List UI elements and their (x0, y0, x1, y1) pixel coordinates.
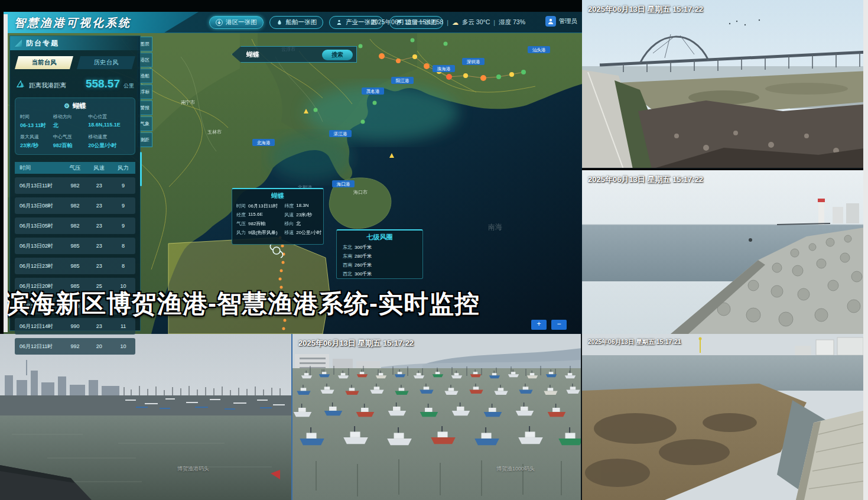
map-zoom-controls: + − (531, 320, 567, 330)
datetime: 2025年06月13日 15:17:58 (371, 18, 443, 27)
table-row[interactable]: 06月12日14时9902311 (15, 318, 135, 335)
camera-timestamp: 2025年06月13日 星期五 15:17:22 (588, 4, 703, 15)
camera-timestamp: 2025年06月13日 星期五 15:17:22 (298, 338, 414, 349)
camera-feed-bridge[interactable]: 2025年06月13日 星期五 15:17:22 (582, 0, 868, 169)
app-title: 智慧渔港可视化系统 (14, 15, 131, 31)
camera-feed-beach-pier[interactable]: 2025年06月13日 星期五 15:17:21 (582, 334, 868, 500)
user-icon (545, 16, 556, 27)
dashboard-panel: 智慧渔港可视化系统 港区一张图 船舶一张图 产业一张图 监管一张图 (0, 0, 582, 334)
nav-port-map-button[interactable]: 港区一张图 (209, 16, 264, 29)
people-icon (336, 19, 343, 26)
nav-ship-map-button[interactable]: 船舶一张图 (269, 16, 324, 29)
table-header: 时间气压 风速风力 (15, 162, 135, 174)
typhoon-detail-popup: 蝴蝶 时间06月13日11时 纬度18.3N 经度115.6E 风速23米/秒 … (232, 188, 324, 245)
table-row[interactable]: 06月12日23时985238 (15, 258, 135, 274)
svg-text:茂名港: 茂名港 (366, 89, 380, 94)
table-row[interactable]: 06月12日11时9922010 (15, 338, 135, 355)
distance-unit: 公里 (123, 82, 134, 90)
distance-row: 距离我港距离 558.57 公里 (16, 77, 134, 90)
zoom-out-button[interactable]: − (551, 320, 567, 330)
popup-title: 七级风圈 (337, 230, 422, 243)
svg-text:北海港: 北海港 (257, 140, 271, 145)
camera-watermark: 博贺渔港码头 (177, 465, 209, 473)
app-header: 智慧渔港可视化系统 港区一张图 船舶一张图 产业一张图 监管一张图 (4, 12, 582, 33)
distance-icon (16, 80, 25, 88)
search-button[interactable]: 搜索 (322, 50, 353, 60)
svg-text:海口市: 海口市 (353, 190, 368, 195)
typhoon-sidebar: 防台专题 当前台风 历史台风 距离我港距离 558.57 公里 ⚙ 蝴蝶 (9, 35, 141, 331)
svg-text:汕头港: 汕头港 (532, 47, 546, 53)
distance-label: 距离我港距离 (29, 82, 66, 90)
table-row[interactable]: 06月13日11时982239 (15, 177, 135, 194)
humidity: 湿度 73% (499, 18, 525, 27)
frame-edge-right (863, 0, 868, 500)
separator: | (493, 19, 495, 26)
camera-timestamp: 2025年06月13日 星期五 15:17:22 (588, 174, 703, 185)
svg-text:深圳港: 深圳港 (467, 59, 480, 64)
camera-feed-fishing-fleet[interactable]: 2025年06月13日 星期五 15:17:22 博贺渔1000码头 (292, 334, 582, 500)
svg-text:南宁市: 南宁市 (181, 100, 195, 105)
nav-label: 港区一张图 (226, 18, 257, 27)
typhoon-name: 蝴蝶 (73, 102, 86, 111)
page-title-overlay: 滨海新区博贺渔港-智慧渔港系统-实时监控 (5, 287, 480, 320)
tab-history-typhoon[interactable]: 历史台风 (77, 56, 135, 69)
frame-edge-left (4, 14, 8, 332)
svg-text:玉林市: 玉林市 (207, 129, 222, 135)
separator: | (447, 19, 448, 26)
camera-timestamp: 2025年06月13日 星期五 15:17:21 (588, 338, 681, 346)
weather: 多云 30°C (462, 18, 490, 27)
nav-label: 船舶一张图 (286, 18, 317, 27)
app-logo: 智慧渔港可视化系统 (4, 12, 199, 33)
zoom-in-button[interactable]: + (531, 320, 547, 330)
sidebar-title: 防台专题 (26, 38, 59, 48)
wind-circle-popup: 七级风圈 东北300千米 东南280千米 西南260千米 西北300千米 (336, 229, 423, 279)
typhoon-tabs: 当前台风 历史台风 (15, 56, 135, 69)
camera-watermark: 博贺渔1000码头 (496, 465, 535, 473)
svg-text:南海: 南海 (488, 223, 502, 231)
camera-feed-harbor-panorama[interactable]: 博贺渔港码头 (0, 334, 292, 500)
download-icon (216, 19, 223, 26)
distance-value: 558.57 (86, 77, 120, 90)
weather-icon: ☁ (452, 19, 459, 27)
corner-decoration (15, 40, 22, 47)
table-row[interactable]: 06月13日02时985238 (15, 238, 135, 254)
user-name: 管理员 (559, 17, 578, 25)
screen: 智慧渔港可视化系统 港区一张图 船舶一张图 产业一张图 监管一张图 (0, 0, 868, 500)
popup-title: 蝴蝶 (232, 189, 323, 202)
svg-text:湛江港: 湛江港 (333, 131, 347, 137)
header-status-bar: 2025年06月13日 15:17:58 | ☁ 多云 30°C | 湿度 73… (371, 18, 525, 27)
typhoon-history-table: 时间气压 风速风力 06月13日11时982239 06月13日08时98223… (15, 162, 135, 355)
search-keyword: 蝴蝶 (246, 50, 259, 59)
typhoon-search-bar[interactable]: 蝴蝶 搜索 (232, 46, 357, 63)
table-row[interactable]: 06月13日05时982239 (15, 217, 135, 234)
typhoon-summary-card: ⚙ 蝴蝶 时间06-13 11时 移动方向北 中心位置18.6N,115.1E … (15, 98, 135, 155)
svg-text:珠海港: 珠海港 (437, 66, 451, 72)
gear-icon: ⚙ (64, 102, 70, 110)
user-menu[interactable]: 管理员 (545, 16, 578, 27)
svg-text:海口港: 海口港 (337, 181, 350, 187)
sidebar-header: 防台专题 (10, 36, 140, 50)
tab-current-typhoon[interactable]: 当前台风 (15, 56, 73, 69)
table-row[interactable]: 06月13日08时982239 (15, 197, 135, 214)
ship-icon (276, 19, 283, 26)
svg-text:阳江港: 阳江港 (396, 78, 409, 83)
camera-feed-breakwater[interactable]: 2025年06月13日 星期五 15:17:22 (582, 170, 868, 334)
sidebar-scrollbar[interactable] (140, 152, 142, 186)
